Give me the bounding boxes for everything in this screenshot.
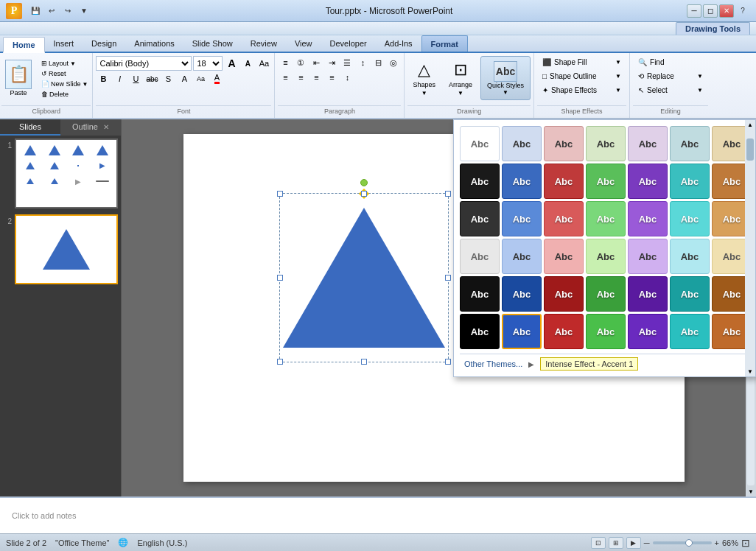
handle-bottom-mid[interactable] <box>361 359 367 365</box>
style-cell-5-0[interactable]: Abc <box>460 314 500 349</box>
style-cell-2-3[interactable]: Abc <box>586 201 626 236</box>
line-spacing-button[interactable]: ↕ <box>340 71 354 84</box>
outline-tab[interactable]: Outline ✕ <box>60 119 121 136</box>
slide-preview-1[interactable]: ▶ ▶ <box>15 138 118 208</box>
slide-preview-2[interactable] <box>15 214 118 284</box>
quick-styles-button[interactable]: Abc Quick Styles ▼ <box>480 56 531 100</box>
slide-sorter-button[interactable]: ⊞ <box>609 537 623 549</box>
columns-button[interactable]: ☰ <box>340 56 354 69</box>
style-cell-5-4[interactable]: Abc <box>628 314 668 349</box>
tab-insert[interactable]: Insert <box>45 35 83 52</box>
style-cell-0-0[interactable]: Abc <box>460 126 500 161</box>
tab-developer[interactable]: Developer <box>321 35 376 52</box>
align-right-button[interactable]: ≡ <box>309 71 323 84</box>
tab-design[interactable]: Design <box>83 35 125 52</box>
style-cell-1-2[interactable]: Abc <box>544 164 584 199</box>
outline-close-button[interactable]: ✕ <box>103 123 109 131</box>
handle-top-left[interactable] <box>277 191 283 197</box>
tab-slideshow[interactable]: Slide Show <box>183 35 242 52</box>
style-cell-3-3[interactable]: Abc <box>586 239 626 274</box>
tab-animations[interactable]: Animations <box>125 35 183 52</box>
panel-scrollbar[interactable]: ▲ ▼ <box>745 120 755 376</box>
redo-button[interactable]: ↪ <box>60 4 75 18</box>
italic-button[interactable]: I <box>112 72 127 85</box>
shapes-button[interactable]: △ Shapes ▼ <box>407 56 441 100</box>
text-direction-button[interactable]: ↕ <box>355 56 370 69</box>
shape-effects-button[interactable]: ✦ Shape Effects ▼ <box>537 84 626 96</box>
style-cell-1-1[interactable]: Abc <box>502 164 542 199</box>
style-cell-2-4[interactable]: Abc <box>628 201 668 236</box>
style-cell-2-5[interactable]: Abc <box>670 201 710 236</box>
align-text-button[interactable]: ⊟ <box>371 56 385 69</box>
notes-area[interactable]: Click to add notes <box>0 496 756 533</box>
bullets-button[interactable]: ≡ <box>278 56 293 69</box>
style-cell-4-4[interactable]: Abc <box>628 276 668 312</box>
handle-top-mid[interactable] <box>361 191 367 197</box>
handle-right-mid[interactable] <box>445 275 451 281</box>
style-cell-3-0[interactable]: Abc <box>460 239 500 274</box>
rotate-handle[interactable] <box>360 179 368 186</box>
change-case-button[interactable]: Aa <box>193 72 208 85</box>
increase-indent-button[interactable]: ⇥ <box>324 56 339 69</box>
restore-button[interactable]: ◻ <box>703 4 718 18</box>
underline-button[interactable]: U <box>128 72 143 85</box>
style-cell-0-1[interactable]: Abc <box>502 126 542 161</box>
zoom-thumb[interactable] <box>685 539 693 547</box>
style-cell-5-2[interactable]: Abc <box>544 314 584 349</box>
style-cell-4-5[interactable]: Abc <box>670 276 710 312</box>
style-cell-0-3[interactable]: Abc <box>586 126 626 161</box>
numbering-button[interactable]: ① <box>293 56 308 69</box>
scroll-down-arrow[interactable]: ▼ <box>746 367 755 376</box>
bold-button[interactable]: B <box>96 72 111 85</box>
font-size-select[interactable]: 18 <box>193 56 223 71</box>
style-cell-5-5[interactable]: Abc <box>670 314 710 349</box>
tab-view[interactable]: View <box>286 35 321 52</box>
style-cell-1-4[interactable]: Abc <box>628 164 668 199</box>
slide-thumb-2[interactable]: 2 <box>3 214 118 284</box>
justify-button[interactable]: ≡ <box>324 71 339 84</box>
new-slide-button[interactable]: 📄 New Slide ▼ <box>38 80 91 88</box>
style-cell-2-0[interactable]: Abc <box>460 201 500 236</box>
grow-font-button[interactable]: A <box>224 57 239 70</box>
font-color-button[interactable]: A <box>209 72 224 85</box>
zoom-out-button[interactable]: ─ <box>644 538 650 547</box>
style-cell-2-1[interactable]: Abc <box>502 201 542 236</box>
tab-review[interactable]: Review <box>242 35 286 52</box>
slideshow-button[interactable]: ▶ <box>626 537 641 549</box>
arrange-button[interactable]: ⊡ Arrange ▼ <box>444 56 477 100</box>
style-cell-0-5[interactable]: Abc <box>670 126 710 161</box>
normal-view-button[interactable]: ⊡ <box>591 537 606 549</box>
find-button[interactable]: 🔍 Find <box>633 56 708 69</box>
paste-button[interactable]: 📋 Paste <box>1 56 35 100</box>
font-name-select[interactable]: Calibri (Body) <box>96 56 192 71</box>
tab-addins[interactable]: Add-Ins <box>376 35 421 52</box>
reset-button[interactable]: ↺ Reset <box>38 69 91 78</box>
style-cell-3-1[interactable]: Abc <box>502 239 542 274</box>
handle-top-right[interactable] <box>445 191 451 197</box>
style-cell-1-0[interactable]: Abc <box>460 164 500 199</box>
slides-tab[interactable]: Slides <box>0 119 60 136</box>
tab-home[interactable]: Home <box>3 37 45 53</box>
style-cell-1-5[interactable]: Abc <box>670 164 710 199</box>
style-cell-3-4[interactable]: Abc <box>628 239 668 274</box>
style-cell-0-4[interactable]: Abc <box>628 126 668 161</box>
shape-container[interactable] <box>279 193 449 362</box>
shadow-button[interactable]: S <box>161 72 175 85</box>
slide-thumb-1[interactable]: 1 ▶ ▶ <box>3 138 118 208</box>
scroll-down-arrow-main[interactable]: ▼ <box>746 487 755 496</box>
save-button[interactable]: 💾 <box>28 4 43 18</box>
zoom-slider[interactable] <box>653 541 712 544</box>
scroll-thumb[interactable] <box>746 138 754 161</box>
handle-left-mid[interactable] <box>277 275 283 281</box>
style-cell-2-2[interactable]: Abc <box>544 201 584 236</box>
style-cell-4-0[interactable]: Abc <box>460 276 500 312</box>
style-cell-1-3[interactable]: Abc <box>586 164 626 199</box>
handle-bottom-right[interactable] <box>445 359 451 365</box>
tab-format[interactable]: Format <box>421 35 468 52</box>
clear-format-button[interactable]: Aa <box>256 57 271 70</box>
strikethrough-button[interactable]: abc <box>144 72 159 85</box>
decrease-indent-button[interactable]: ⇤ <box>309 56 323 69</box>
scroll-up-arrow[interactable]: ▲ <box>746 120 755 130</box>
char-spacing-button[interactable]: A <box>177 72 192 85</box>
close-button[interactable]: ✕ <box>719 4 734 18</box>
